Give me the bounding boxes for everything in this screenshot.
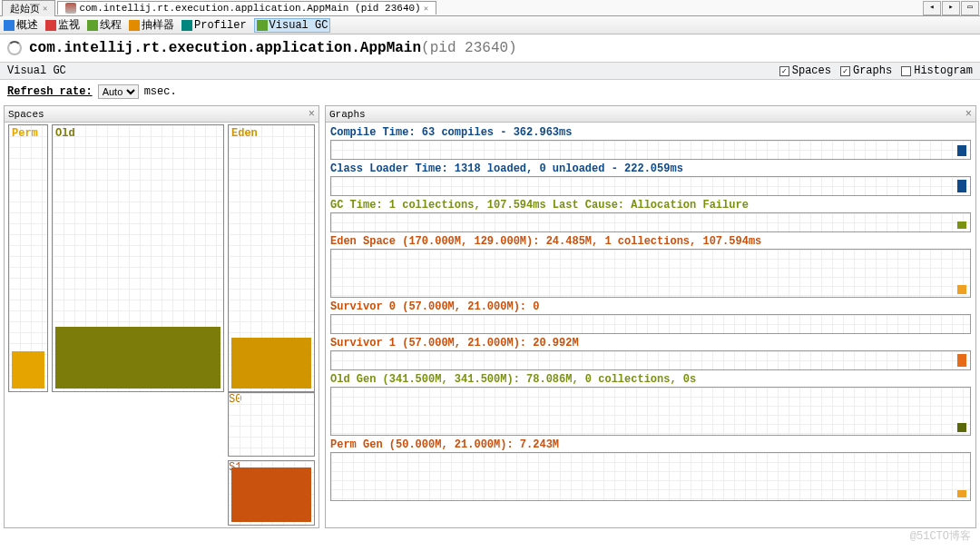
refresh-row: Refresh rate: Auto msec. [0, 80, 980, 103]
spaces-panel: Spaces × Perm Old Eden [4, 105, 319, 528]
graph-box [330, 452, 971, 501]
s1-fill [231, 467, 311, 522]
graph-spike [957, 221, 966, 229]
checkbox-icon: ✓ [840, 66, 850, 76]
graph-spike [957, 180, 966, 192]
graph-box [330, 387, 971, 436]
app-title-row: com.intellij.rt.execution.application.Ap… [0, 34, 980, 62]
app-pid: (pid 23640) [421, 40, 517, 56]
spaces-body: Perm Old Eden S0 [5, 123, 318, 527]
threads-icon [87, 20, 98, 31]
space-perm: Perm [8, 124, 48, 392]
graph-spike [957, 354, 966, 367]
graph-box [330, 176, 971, 196]
check-spaces[interactable]: ✓Spaces [779, 64, 831, 77]
tab-appmain[interactable]: com.intellij.rt.execution.application.Ap… [57, 1, 436, 15]
old-fill [55, 327, 220, 388]
tool-monitor[interactable]: 监视 [45, 17, 80, 33]
overview-icon [4, 20, 15, 31]
graph-label: Class Loader Time: 1318 loaded, 0 unload… [330, 162, 971, 176]
refresh-unit: msec. [144, 85, 177, 98]
tab-startpage[interactable]: 起始页 ✕ [2, 0, 55, 16]
close-icon[interactable]: ✕ [424, 4, 428, 14]
graph-box [330, 212, 971, 232]
loading-icon [7, 41, 22, 55]
graph-row: Perm Gen (50.000M, 21.000M): 7.243M [330, 438, 971, 501]
space-eden: Eden [228, 124, 315, 392]
monitor-icon [45, 20, 56, 31]
close-icon[interactable]: × [965, 108, 972, 121]
graphs-title: Graphs × [326, 106, 975, 123]
graph-row: Compile Time: 63 compiles - 362.963ms [330, 126, 971, 160]
java-icon [65, 3, 76, 14]
graph-label: Perm Gen (50.000M, 21.000M): 7.243M [330, 438, 971, 452]
perm-fill [12, 351, 44, 389]
top-tab-strip: 起始页 ✕ com.intellij.rt.execution.applicat… [0, 0, 980, 16]
window-controls: ◂ ▸ ▭ [923, 1, 980, 15]
spaces-title: Spaces × [5, 106, 318, 123]
refresh-select[interactable]: Auto [98, 84, 139, 99]
prev-button[interactable]: ◂ [923, 1, 941, 15]
panels: Spaces × Perm Old Eden [0, 103, 980, 532]
profiler-icon [181, 20, 192, 31]
graph-label: Old Gen (341.500M, 341.500M): 78.086M, 0… [330, 373, 971, 387]
graph-box [330, 350, 971, 370]
close-icon[interactable]: ✕ [43, 4, 47, 14]
checkbox-icon [901, 66, 911, 76]
space-old: Old [52, 124, 224, 392]
tool-threads[interactable]: 线程 [87, 17, 122, 33]
check-histogram[interactable]: Histogram [901, 64, 973, 77]
tool-overview[interactable]: 概述 [4, 17, 38, 33]
check-graphs[interactable]: ✓Graphs [840, 64, 892, 77]
subtab-label: Visual GC [7, 64, 66, 77]
close-icon[interactable]: × [309, 108, 315, 121]
graph-label: Eden Space (170.000M, 129.000M): 24.485M… [330, 235, 971, 249]
subtab-bar: Visual GC ✓Spaces ✓Graphs Histogram [0, 62, 980, 80]
next-button[interactable]: ▸ [942, 1, 960, 15]
maximize-button[interactable]: ▭ [961, 1, 979, 15]
graph-row: Eden Space (170.000M, 129.000M): 24.485M… [330, 235, 971, 298]
tool-visualgc[interactable]: Visual GC [254, 18, 331, 33]
graph-label: Survivor 1 (57.000M, 21.000M): 20.992M [330, 337, 971, 350]
tab-startpage-label: 起始页 [10, 2, 40, 15]
space-s1: S1 [228, 460, 315, 526]
graph-spike [957, 423, 966, 432]
visualgc-icon [257, 20, 268, 31]
sampler-icon [129, 20, 140, 31]
graph-row: Survivor 1 (57.000M, 21.000M): 20.992M [330, 337, 971, 370]
tool-sampler[interactable]: 抽样器 [129, 17, 174, 33]
graph-label: GC Time: 1 collections, 107.594ms Last C… [330, 199, 971, 212]
graph-row: GC Time: 1 collections, 107.594ms Last C… [330, 199, 971, 232]
graph-spike [957, 490, 966, 497]
graph-spike [957, 145, 966, 156]
space-s0: S0 [228, 392, 315, 458]
graph-row: Survivor 0 (57.000M, 21.000M): 0 [330, 300, 971, 334]
eden-fill [231, 338, 311, 389]
graph-row: Class Loader Time: 1318 loaded, 0 unload… [330, 162, 971, 196]
tab-appmain-label: com.intellij.rt.execution.application.Ap… [79, 3, 420, 14]
graph-box [330, 249, 971, 298]
view-toolbar: 概述 监视 线程 抽样器 Profiler Visual GC [0, 16, 980, 34]
graph-row: Old Gen (341.500M, 341.500M): 78.086M, 0… [330, 373, 971, 436]
graph-label: Compile Time: 63 compiles - 362.963ms [330, 126, 971, 140]
app-title: com.intellij.rt.execution.application.Ap… [29, 40, 421, 56]
graphs-panel: Graphs × Compile Time: 63 compiles - 362… [325, 105, 976, 528]
tool-profiler[interactable]: Profiler [181, 19, 247, 32]
graph-box [330, 314, 971, 334]
watermark: @51CTO博客 [910, 528, 971, 544]
graph-spike [957, 285, 966, 294]
graph-box [330, 140, 971, 160]
refresh-label: Refresh rate: [7, 85, 93, 98]
graphs-body: Compile Time: 63 compiles - 362.963msCla… [326, 123, 975, 527]
checkbox-icon: ✓ [779, 66, 789, 76]
graph-label: Survivor 0 (57.000M, 21.000M): 0 [330, 300, 971, 314]
